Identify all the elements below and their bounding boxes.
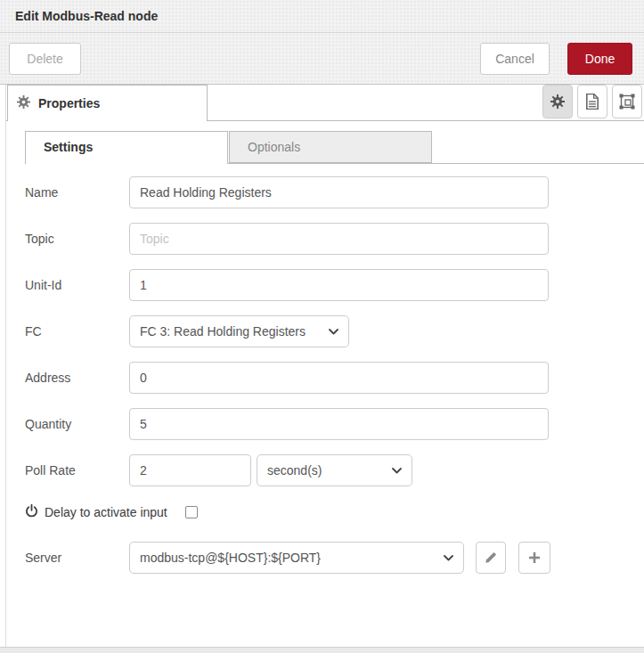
tab-settings[interactable]: Settings: [25, 131, 228, 164]
name-label: Name: [25, 185, 129, 200]
delay-checkbox[interactable]: [185, 506, 198, 518]
dialog-resize-bar[interactable]: [0, 647, 644, 653]
gear-icon: [17, 95, 30, 111]
chevron-down-icon: [329, 329, 338, 335]
pencil-icon: [485, 551, 497, 564]
topic-row: Topic: [25, 223, 644, 255]
address-row: Address: [25, 362, 644, 394]
server-selected-value: modbus-tcp@${HOST}:${PORT}: [140, 551, 438, 565]
tray-icon-buttons: [542, 85, 642, 118]
delay-label: Delay to activate input: [45, 505, 167, 519]
add-server-button[interactable]: [518, 542, 550, 574]
poll-rate-unit-select[interactable]: second(s): [257, 454, 412, 486]
name-input[interactable]: [129, 176, 549, 208]
unit-id-input[interactable]: [129, 269, 549, 301]
quantity-row: Quantity: [25, 408, 644, 440]
poll-rate-row: Poll Rate second(s): [25, 454, 644, 486]
tab-optionals[interactable]: Optionals: [229, 131, 432, 163]
dialog-button-bar: Delete Cancel Done: [0, 33, 644, 85]
fc-label: FC: [25, 324, 129, 339]
unit-id-row: Unit-Id: [25, 269, 644, 301]
poll-rate-unit-value: second(s): [267, 463, 387, 478]
editor-tray: Properties: [5, 85, 644, 647]
poll-rate-label: Poll Rate: [25, 463, 129, 478]
object-group-icon: [619, 94, 635, 110]
properties-tab-row: Properties: [6, 85, 644, 121]
fc-selected-value: FC 3: Read Holding Registers: [140, 324, 323, 339]
delay-row: Delay to activate input: [25, 504, 644, 520]
tab-properties[interactable]: Properties: [7, 85, 208, 121]
server-label: Server: [25, 551, 129, 565]
settings-form: Name Topic Unit-Id FC FC 3: Read Holding…: [25, 164, 644, 574]
unit-id-label: Unit-Id: [25, 278, 129, 292]
quantity-label: Quantity: [25, 417, 129, 431]
quantity-input[interactable]: [129, 408, 549, 440]
topic-label: Topic: [25, 232, 129, 246]
fc-select[interactable]: FC 3: Read Holding Registers: [129, 315, 349, 347]
dialog-title: Edit Modbus-Read node: [15, 9, 158, 23]
power-icon: [25, 504, 38, 520]
done-button[interactable]: Done: [567, 43, 632, 75]
edit-server-button[interactable]: [476, 542, 506, 574]
description-button[interactable]: [577, 85, 607, 118]
chevron-down-icon: [392, 468, 402, 474]
chevron-down-icon: [444, 555, 453, 561]
cancel-button[interactable]: Cancel: [480, 43, 550, 75]
dialog-header: Edit Modbus-Read node: [0, 0, 644, 33]
fc-row: FC FC 3: Read Holding Registers: [25, 315, 644, 347]
server-row: Server modbus-tcp@${HOST}:${PORT}: [25, 542, 644, 574]
address-label: Address: [25, 371, 129, 385]
delete-button[interactable]: Delete: [9, 43, 81, 75]
gear-icon: [550, 94, 565, 109]
address-input[interactable]: [129, 362, 549, 394]
topic-input[interactable]: [129, 223, 549, 255]
server-select[interactable]: modbus-tcp@${HOST}:${PORT}: [129, 542, 464, 574]
document-icon: [585, 94, 599, 110]
plus-icon: [528, 551, 541, 564]
tray-content: Settings Optionals Name Topic Unit-Id FC…: [6, 131, 644, 574]
properties-tab-label: Properties: [38, 96, 100, 110]
poll-rate-input[interactable]: [129, 454, 251, 486]
appearance-button[interactable]: [612, 85, 642, 118]
name-row: Name: [25, 176, 644, 208]
settings-tabs-row: Settings Optionals: [25, 131, 644, 164]
properties-gear-button[interactable]: [542, 85, 573, 118]
